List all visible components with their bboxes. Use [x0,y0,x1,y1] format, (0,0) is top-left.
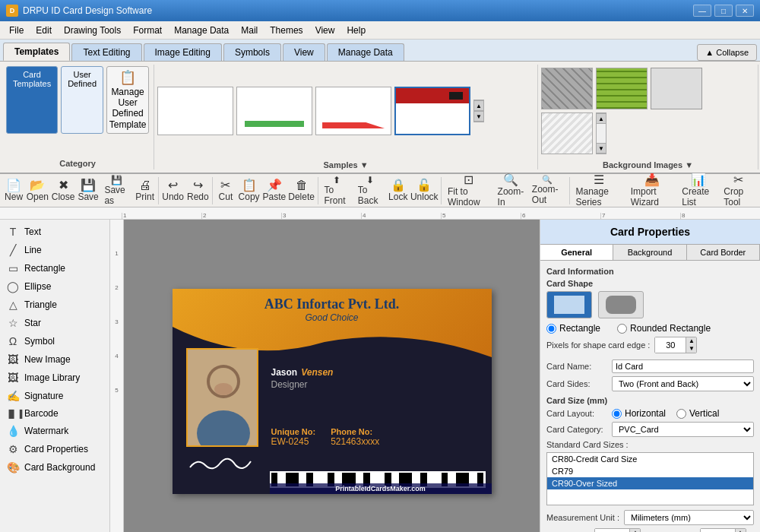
cat-user-defined[interactable]: UserDefined [61,66,103,134]
scroll-up-button[interactable]: ▲ [473,100,484,111]
cat-card-templates[interactable]: CardTemplates [6,66,58,134]
left-item-line[interactable]: ╱ Line [0,241,109,259]
left-item-ellipse[interactable]: ◯ Ellipse [0,277,109,296]
left-item-new-image[interactable]: 🖼 New Image [0,350,109,369]
sample-3[interactable] [315,87,391,135]
menu-help[interactable]: Help [340,24,372,37]
standard-sizes-list[interactable]: CR80-Credit Card Size CR79 CR90-Over Siz… [546,452,754,505]
tb-save-as[interactable]: 💾Save as [100,173,133,208]
bg-scrollbar[interactable]: ▲ ▼ [596,112,606,154]
tb-fit-to-window[interactable]: ⊡Fit to Window [444,172,493,210]
tb-to-front[interactable]: ⬆To Front [320,173,353,208]
height-up[interactable]: ▲ [735,529,746,532]
size-cr90[interactable]: CR90-Over Sized [547,477,753,489]
left-item-triangle[interactable]: △ Triangle [0,296,109,314]
tb-new[interactable]: 📄New [3,177,24,204]
vertical-radio[interactable]: Vertical [676,408,719,419]
tb-import-wizard[interactable]: 📥Import Wizard [627,172,678,210]
sample-2[interactable] [236,87,312,135]
card-sides-select[interactable]: Two (Front and Back) One (Front only) [612,376,754,391]
tab-manage-data[interactable]: Manage Data [327,43,404,61]
tb-unlock[interactable]: 🔓Unlock [410,177,439,204]
size-cr80[interactable]: CR80-Credit Card Size [547,453,753,465]
menu-file[interactable]: File [3,24,30,37]
bg-scroll-up[interactable]: ▲ [596,113,606,124]
tb-undo[interactable]: ↩Undo [161,177,185,204]
tb-save[interactable]: 💾Save [77,177,100,204]
left-item-card-background[interactable]: 🎨 Card Background [0,458,109,477]
menu-edit[interactable]: Edit [30,24,58,37]
bg-scroll-down[interactable]: ▼ [596,143,606,154]
collapse-button[interactable]: ▲ Collapse [697,44,757,61]
left-item-star[interactable]: ☆ Star [0,314,109,332]
pixels-spinner[interactable]: 30 ▲ ▼ [654,337,697,353]
tb-lock[interactable]: 🔒Lock [387,177,409,204]
tb-cut[interactable]: ✂Cut [215,177,236,204]
tab-general[interactable]: General [540,245,613,260]
tb-paste[interactable]: 📌Paste [261,177,287,204]
shape-rectangle-button[interactable] [546,291,592,318]
tab-image-editing[interactable]: Image Editing [144,43,222,61]
rectangle-radio[interactable]: Rectangle [546,323,600,334]
card-name-input[interactable] [612,359,754,373]
height-input[interactable] [701,529,735,532]
maximize-button[interactable]: □ [714,5,733,17]
shape-rounded-button[interactable] [598,291,644,318]
sample-4[interactable] [394,87,470,135]
height-spinner[interactable]: ▲ ▼ [700,528,746,532]
left-item-text[interactable]: T Text [0,223,109,241]
scroll-down-button[interactable]: ▼ [473,111,484,122]
tb-redo[interactable]: ↪Redo [185,177,210,204]
menu-themes[interactable]: Themes [264,24,309,37]
tb-to-back[interactable]: ⬇To Back [354,173,386,208]
tab-text-editing[interactable]: Text Editing [71,43,141,61]
tab-view[interactable]: View [283,43,325,61]
pixels-down[interactable]: ▼ [686,345,696,353]
width-up[interactable]: ▲ [629,529,640,532]
left-item-rectangle[interactable]: ▭ Rectangle [0,259,109,277]
bg-thumb-4[interactable] [541,112,593,154]
bg-thumb-2[interactable] [596,68,648,109]
left-item-image-library[interactable]: 🖼 Image Library [0,369,109,387]
menu-view[interactable]: View [309,24,341,37]
rounded-rectangle-radio[interactable]: Rounded Rectangle [617,323,711,334]
pixels-up[interactable]: ▲ [686,337,696,345]
tb-zoom-out[interactable]: 🔍Zoom-Out [528,173,567,207]
bg-thumb-3[interactable] [651,68,702,109]
tb-open[interactable]: 📂Open [25,177,49,204]
close-button[interactable]: ✕ [736,5,754,17]
tb-crop-tool[interactable]: ✂Crop Tool [720,172,757,210]
left-item-signature[interactable]: ✍ Signature [0,387,109,405]
pixels-input[interactable]: 30 [655,337,686,353]
sample-1[interactable] [157,87,233,135]
menu-mail[interactable]: Mail [235,24,264,37]
tb-delete[interactable]: 🗑Delete [287,177,315,204]
menu-drawing-tools[interactable]: Drawing Tools [58,24,127,37]
tb-close[interactable]: ✖Close [50,177,75,204]
tab-card-border[interactable]: Card Border [687,245,760,260]
left-item-barcode[interactable]: ▐▌▐ Barcode [0,405,109,422]
size-cr79[interactable]: CR79 [547,465,753,477]
tab-background[interactable]: Background [613,245,686,260]
measurement-select[interactable]: Milimeters (mm) Inches (in) Pixels (px) [624,510,754,525]
tb-print[interactable]: 🖨Print [134,177,156,204]
horizontal-radio[interactable]: Horizontal [612,408,666,419]
left-item-watermark[interactable]: 💧 Watermark [0,422,109,440]
tb-copy[interactable]: 📋Copy [237,177,261,204]
width-spinner[interactable]: ▲ ▼ [594,528,641,532]
samples-scrollbar[interactable]: ▲ ▼ [473,100,484,122]
tab-templates[interactable]: Templates [3,43,70,61]
menu-manage-data[interactable]: Manage Data [168,24,235,37]
tab-symbols[interactable]: Symbols [223,43,281,61]
tb-manage-series[interactable]: ☰Manage Series [572,172,626,210]
card-design[interactable]: ABC Infortac Pvt. Ltd. Good Choice [173,289,492,494]
minimize-button[interactable]: — [693,5,711,17]
left-item-card-properties[interactable]: ⚙ Card Properties [0,440,109,458]
width-input[interactable] [595,529,629,532]
card-category-select[interactable]: PVC_Card Paper_Card Other [612,422,754,437]
left-item-symbol[interactable]: Ω Symbol [0,332,109,350]
menu-format[interactable]: Format [127,24,168,37]
tb-create-list[interactable]: 📊Create List [678,172,719,210]
tb-zoom-in[interactable]: 🔍Zoom-In [494,172,527,210]
manage-user-defined-button[interactable]: 📋 ManageUserDefinedTemplate [106,66,149,134]
